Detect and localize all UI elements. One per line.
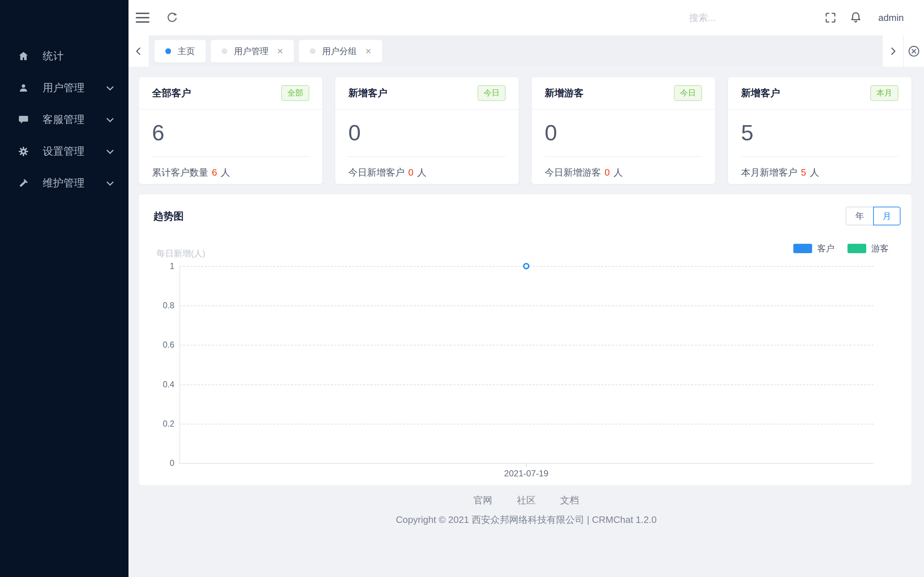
bell-icon[interactable]	[849, 11, 862, 24]
copyright-text: Copyright © 2021 西安众邦网络科技有限公司 | CRMChat …	[129, 514, 924, 526]
tab-user-management[interactable]: 用户管理 ×	[211, 40, 294, 62]
sidebar-item-label: 统计	[43, 49, 63, 63]
card-footer-label: 今日新增客户	[348, 166, 405, 179]
y-axis-line	[179, 266, 180, 463]
card-title: 新增游客	[544, 87, 584, 100]
x-axis-tick	[526, 464, 527, 467]
chevron-down-icon	[107, 83, 114, 90]
y-tick-label: 0.2	[139, 419, 174, 429]
card-badge: 全部	[281, 85, 309, 101]
y-tick-label: 1	[139, 261, 174, 271]
sidebar-item-statistics[interactable]: 统计	[0, 40, 129, 72]
card-body: 0 今日新增客户 0 人	[335, 120, 519, 179]
sidebar-item-label: 用户管理	[43, 81, 84, 95]
fullscreen-icon[interactable]	[824, 11, 837, 24]
tabs-scroll-left-button[interactable]	[129, 35, 149, 67]
footer-link-docs[interactable]: 文档	[560, 494, 579, 507]
tab-home[interactable]: 主页	[155, 40, 206, 62]
card-header: 全部客户 全部	[139, 77, 322, 110]
close-icon[interactable]: ×	[365, 46, 371, 56]
chevron-down-icon	[107, 179, 114, 186]
sidebar: 统计 用户管理 客服管理	[0, 0, 129, 577]
user-menu[interactable]: admin	[878, 12, 904, 23]
sidebar-menu: 统计 用户管理 客服管理	[0, 0, 129, 199]
card-footer-value: 6	[212, 167, 217, 178]
chevron-down-icon	[107, 147, 114, 154]
card-footer-suffix: 人	[809, 166, 819, 179]
card-badge: 今日	[674, 85, 702, 101]
card-body: 6 累计客户数量 6 人	[139, 120, 322, 179]
crm-dashboard: 统计 用户管理 客服管理	[0, 0, 924, 577]
toggle-year-button[interactable]: 年	[846, 206, 873, 226]
period-toggle: 年 月	[846, 206, 901, 226]
hamburger-menu-icon[interactable]	[136, 13, 149, 23]
y-axis-name: 每日新增(人)	[156, 248, 205, 259]
search-input[interactable]	[689, 12, 797, 23]
legend-label: 游客	[871, 243, 888, 254]
footer-link-community[interactable]: 社区	[517, 494, 536, 507]
y-tick-label: 0.4	[139, 380, 174, 390]
card-body: 5 本月新增客户 5 人	[728, 120, 911, 179]
y-tick-label: 0	[139, 458, 174, 468]
card-header: 新增客户 今日	[335, 77, 519, 110]
gridline	[179, 305, 874, 306]
footer-link-official-site[interactable]: 官网	[473, 494, 492, 507]
tab-dot	[221, 48, 228, 54]
tab-user-group[interactable]: 用户分组 ×	[299, 40, 382, 62]
card-body: 0 今日新增游客 0 人	[531, 120, 715, 179]
sidebar-item-label: 维护管理	[43, 176, 84, 190]
card-value: 0	[544, 120, 702, 145]
sidebar-item-label: 客服管理	[43, 113, 84, 127]
refresh-icon[interactable]	[166, 11, 178, 24]
card-footer-label: 今日新增游客	[544, 166, 601, 179]
sidebar-item-settings-management[interactable]: 设置管理	[0, 135, 129, 167]
card-footer-suffix: 人	[613, 166, 623, 179]
stat-card-new-visitors-today: 新增游客 今日 0 今日新增游客 0 人	[531, 77, 715, 184]
card-footer: 本月新增客户 5 人	[741, 157, 898, 179]
chevron-down-icon	[107, 115, 114, 122]
sidebar-item-user-management[interactable]: 用户管理	[0, 72, 129, 104]
card-badge: 今日	[478, 85, 506, 101]
gridline	[179, 384, 874, 385]
tab-label: 用户分组	[322, 45, 357, 57]
tabbar: 主页 用户管理 × 用户分组 ×	[129, 35, 924, 67]
trend-title: 趋势图	[153, 206, 184, 223]
card-footer-value: 5	[801, 167, 806, 178]
card-footer: 累计客户数量 6 人	[152, 157, 309, 179]
close-all-tabs-button[interactable]	[904, 35, 924, 67]
card-footer-suffix: 人	[221, 166, 230, 179]
legend-item-customers[interactable]: 客户	[793, 243, 835, 254]
stat-card-new-customers-today: 新增客户 今日 0 今日新增客户 0 人	[335, 77, 519, 184]
sidebar-item-label: 设置管理	[43, 144, 84, 159]
sidebar-item-maintenance-management[interactable]: 维护管理	[0, 167, 129, 199]
card-header: 新增客户 本月	[728, 77, 911, 110]
stat-card-total-customers: 全部客户 全部 6 累计客户数量 6 人	[139, 77, 322, 184]
toggle-month-button[interactable]: 月	[873, 206, 901, 226]
user-icon	[17, 82, 30, 94]
legend-label: 客户	[817, 243, 835, 254]
legend-swatch-blue	[793, 244, 812, 253]
card-footer: 今日新增游客 0 人	[544, 157, 702, 179]
tab-dot	[310, 48, 315, 54]
tabs-strip: 主页 用户管理 × 用户分组 ×	[152, 35, 883, 67]
card-footer: 今日新增客户 0 人	[348, 157, 506, 179]
chat-icon	[17, 114, 30, 126]
trend-chart-panel: 趋势图 年 月 客户 游客 每日新增(人) 1 0.8	[139, 194, 911, 485]
topbar: admin	[129, 0, 924, 35]
sidebar-item-service-management[interactable]: 客服管理	[0, 104, 129, 135]
legend-item-visitors[interactable]: 游客	[848, 243, 888, 254]
gridline	[179, 424, 874, 424]
wrench-icon	[17, 177, 30, 189]
card-badge: 本月	[870, 85, 898, 101]
tabbar-right-controls	[883, 35, 924, 67]
card-footer-label: 本月新增客户	[741, 166, 797, 179]
tab-label: 用户管理	[234, 45, 268, 57]
stat-card-new-customers-month: 新增客户 本月 5 本月新增客户 5 人	[728, 77, 911, 184]
stat-cards-row: 全部客户 全部 6 累计客户数量 6 人 新增客户 今日 0	[139, 77, 911, 184]
tabs-scroll-right-button[interactable]	[883, 35, 903, 67]
gridline	[179, 345, 874, 345]
card-title: 新增客户	[348, 87, 387, 100]
card-value: 5	[741, 120, 898, 145]
y-tick-label: 0.6	[139, 340, 174, 350]
close-icon[interactable]: ×	[277, 46, 283, 56]
